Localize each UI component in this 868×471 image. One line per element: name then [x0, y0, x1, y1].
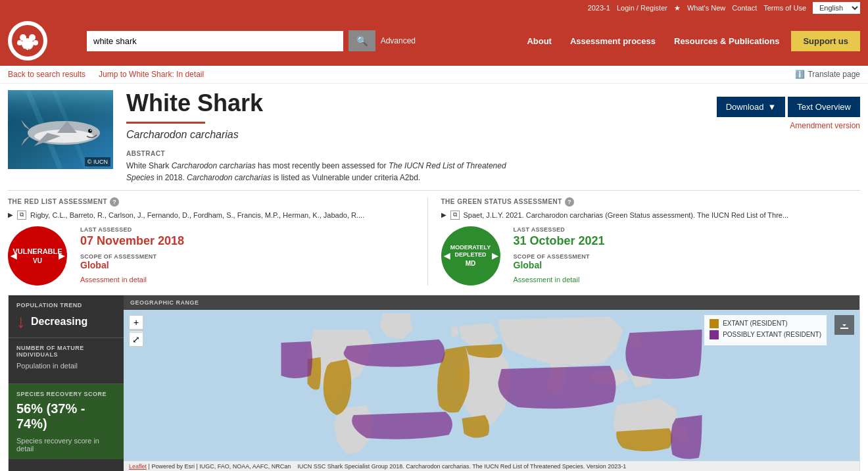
moderately-depleted-code: MD	[466, 260, 476, 267]
abstract-text: White Shark Carcharodon carcharias has m…	[126, 160, 521, 184]
population-trend-section: POPULATION TREND ↓ Decreasing	[9, 295, 124, 338]
status-prev-arrow[interactable]: ◀	[11, 251, 16, 260]
population-trend-label: POPULATION TREND	[16, 302, 116, 309]
red-list-details: LAST ASSESSED 07 November 2018 SCOPE OF …	[80, 226, 414, 284]
green-status-prev-arrow[interactable]: ◀	[444, 251, 450, 260]
map-powered-by: | Powered by Esri | IUGC, FAO, NOAA, AAF…	[149, 463, 291, 470]
vulnerable-badge: ◀ VULNERABLE VU ▶	[8, 226, 67, 285]
header: RED LIST 🔍 Advanced About Assessment pro…	[0, 16, 868, 66]
species-title: White Shark	[126, 90, 704, 116]
download-label: Download	[726, 102, 764, 112]
green-status-info-icon[interactable]: ?	[565, 197, 574, 207]
svg-text:RED LIST: RED LIST	[17, 48, 39, 53]
about-nav[interactable]: About	[518, 31, 561, 51]
individuals-label: NUMBER OF MATURE INDIVIDUALS	[16, 345, 116, 358]
green-copy-icon[interactable]: ⧉	[450, 211, 460, 220]
extant-label: EXTANT (RESIDENT)	[723, 320, 788, 327]
copy-icon[interactable]: ⧉	[17, 211, 26, 220]
translate-area: ℹ️ Translate page	[795, 70, 860, 79]
svg-point-17	[88, 129, 92, 133]
red-list-info-icon[interactable]: ?	[110, 197, 119, 207]
vulnerable-status-text: VULNERABLE	[12, 247, 62, 256]
gs-scope-label: SCOPE OF ASSESSMENT	[514, 253, 848, 260]
red-list-assessment: THE RED LIST ASSESSMENT ? ▶ ⧉ Rigby, C.L…	[8, 197, 427, 285]
svg-point-3	[29, 34, 36, 41]
assessment-process-nav[interactable]: Assessment process	[561, 31, 665, 51]
translate-icon: ℹ️	[795, 70, 805, 79]
map-footer: Leaflet | Powered by Esri | IUGC, FAO, N…	[124, 461, 859, 471]
abstract-label: ABSTRACT	[126, 150, 704, 157]
recovery-section: SPECIES RECOVERY SCORE 56% (37% - 74%) S…	[9, 384, 124, 459]
map-expand-button[interactable]: ⤢	[129, 332, 143, 347]
support-button[interactable]: Support us	[791, 31, 860, 51]
dropdown-arrow-icon: ▼	[767, 102, 776, 112]
green-status-details: LAST ASSESSED 31 October 2021 SCOPE OF A…	[514, 226, 848, 284]
map-container[interactable]: + − ⤢ EXTANT (RESIDENT)	[124, 310, 859, 461]
green-status-assessment: THE GREEN STATUS ASSESSMENT ? ▶ ⧉ Spaet,…	[427, 197, 861, 285]
gs-assessment-detail-link[interactable]: Assessment in detail	[514, 276, 848, 284]
bottom-section: POPULATION TREND ↓ Decreasing NUMBER OF …	[8, 295, 860, 471]
resources-nav[interactable]: Resources & Publications	[665, 31, 788, 51]
green-status-next-arrow[interactable]: ▶	[492, 251, 498, 260]
whats-new-link[interactable]: What's New	[687, 4, 725, 12]
top-bar: 2023-1 Login / Register ★ What's New Con…	[0, 0, 868, 16]
login-link[interactable]: Login / Register	[617, 4, 667, 12]
legend-extant: EXTANT (RESIDENT)	[710, 319, 821, 328]
expand-icon[interactable]: ▶	[8, 211, 13, 218]
jump-to-detail-link[interactable]: Jump to White Shark: In detail	[99, 70, 204, 79]
download-button[interactable]: Download ▼	[717, 97, 786, 117]
amendment-link[interactable]: Amendment version	[790, 121, 860, 130]
main-content: © IUCN White Shark Carcharodon carcharia…	[0, 84, 868, 471]
gs-scope-value: Global	[514, 260, 848, 270]
species-latin: Carcharodon carcharias	[126, 129, 704, 141]
logo-area: RED LIST	[8, 21, 47, 61]
back-to-search-link[interactable]: Back to search results	[8, 70, 85, 79]
rl-assessment-detail-link[interactable]: Assessment in detail	[80, 276, 414, 284]
species-image: © IUCN	[8, 90, 113, 169]
decreasing-text: Decreasing	[31, 316, 87, 328]
star-icon: ★	[674, 4, 681, 12]
green-status-title: THE GREEN STATUS ASSESSMENT ?	[441, 197, 848, 207]
assessments-row: THE RED LIST ASSESSMENT ? ▶ ⧉ Rigby, C.L…	[8, 190, 860, 285]
recovery-label: SPECIES RECOVERY SCORE	[16, 391, 116, 397]
recovery-link[interactable]: Species recovery score in detail	[16, 437, 116, 453]
map-header: GEOGRAPHIC RANGE	[124, 295, 859, 310]
red-list-citation: Rigby, C.L., Barreto, R., Carlson, J., F…	[30, 211, 364, 219]
search-area: 🔍 Advanced	[87, 30, 416, 51]
main-nav: About Assessment process Resources & Pub…	[518, 31, 860, 51]
moderately-depleted-badge: ◀ MODERATELYDEPLETED MD ▶	[441, 226, 500, 285]
download-area: Download ▼ Text Overview Amendment versi…	[717, 97, 860, 130]
action-buttons: Download ▼ Text Overview	[717, 97, 860, 117]
svg-point-4	[17, 40, 22, 45]
svg-point-2	[20, 34, 26, 41]
gs-last-assessed-date: 31 October 2021	[514, 234, 848, 248]
svg-point-5	[33, 40, 38, 45]
search-button[interactable]: 🔍	[349, 30, 375, 51]
rl-last-assessed-label: LAST ASSESSED	[80, 226, 414, 233]
map-area: GEOGRAPHIC RANGE	[124, 295, 859, 471]
green-status-citation-row: ▶ ⧉ Spaet, J.L.Y. 2021. Carcharodon carc…	[441, 211, 848, 220]
leaflet-link[interactable]: Leaflet	[129, 463, 147, 470]
extant-color	[710, 319, 719, 328]
language-select[interactable]: English French Spanish	[813, 2, 860, 14]
text-overview-button[interactable]: Text Overview	[788, 97, 860, 117]
population-trend-value: ↓ Decreasing	[16, 312, 116, 331]
red-list-title: THE RED LIST ASSESSMENT ?	[8, 197, 414, 207]
contact-link[interactable]: Contact	[732, 4, 757, 12]
map-download-button[interactable]	[834, 315, 854, 335]
population-link[interactable]: Population in detail	[16, 362, 116, 370]
vulnerable-code: VU	[33, 257, 42, 264]
green-expand-icon[interactable]: ▶	[441, 211, 446, 218]
search-input[interactable]	[87, 31, 343, 51]
possibly-extant-label: POSSIBLY EXTANT (RESIDENT)	[723, 331, 821, 338]
status-next-arrow[interactable]: ▶	[59, 251, 64, 260]
svg-point-18	[90, 130, 91, 131]
zoom-in-button[interactable]: +	[129, 315, 143, 330]
rl-last-assessed-date: 07 November 2018	[80, 234, 414, 248]
gs-last-assessed-label: LAST ASSESSED	[514, 226, 848, 233]
species-divider	[126, 122, 205, 124]
red-list-status-row: ◀ VULNERABLE VU ▶ LAST ASSESSED 07 Novem…	[8, 226, 414, 285]
terms-link[interactable]: Terms of Use	[763, 4, 806, 12]
logo-icon: RED LIST	[8, 21, 47, 61]
advanced-link[interactable]: Advanced	[381, 36, 416, 45]
